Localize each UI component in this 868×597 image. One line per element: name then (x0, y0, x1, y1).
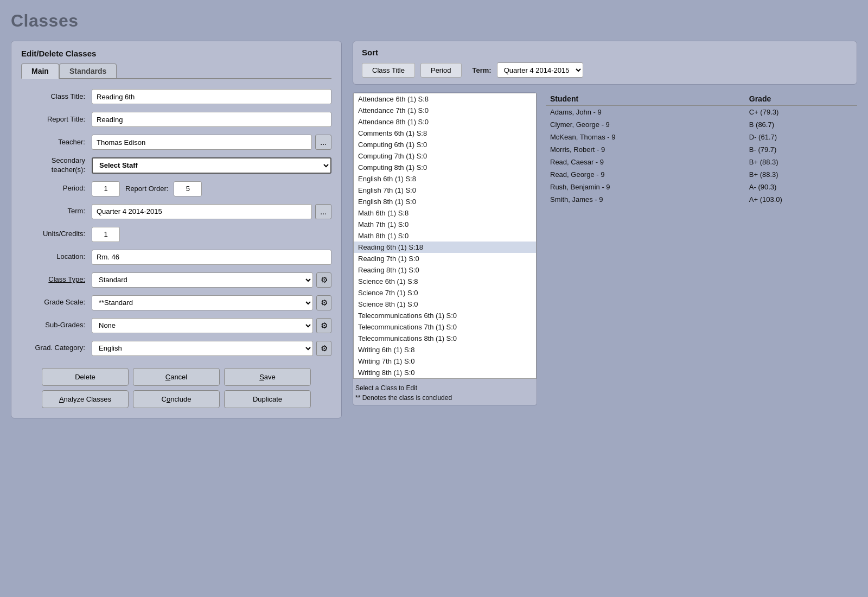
grade-scale-label: Grade Scale: (21, 298, 92, 307)
student-row: Rush, Benjamin - 9A- (90.3) (546, 181, 857, 193)
term-input[interactable] (92, 204, 312, 219)
teacher-input[interactable] (92, 135, 312, 150)
delete-button[interactable]: Delete (42, 368, 129, 386)
class-list-item[interactable]: Reading 7th (1) S:0 (354, 253, 536, 264)
student-table-body: Adams, John - 9C+ (79.3)Clymer, George -… (546, 106, 857, 206)
class-list-item[interactable]: Science 8th (1) S:0 (354, 298, 536, 310)
class-list-item[interactable]: Computing 6th (1) S:0 (354, 139, 536, 150)
student-grade: A+ (103.0) (745, 193, 857, 206)
sub-grades-select[interactable]: None Yes (92, 318, 313, 333)
grad-category-gear-button[interactable]: ⚙ (316, 341, 331, 356)
student-row: Smith, James - 9A+ (103.0) (546, 193, 857, 206)
sort-term-select[interactable]: Quarter 4 2014-2015 Quarter 3 2014-2015 … (497, 62, 583, 78)
class-list-item[interactable]: Computing 8th (1) S:0 (354, 162, 536, 173)
period-controls: Report Order: (92, 181, 331, 196)
analyze-classes-button[interactable]: Analyze Classes (42, 390, 129, 408)
sort-by-period-button[interactable]: Period (420, 63, 462, 78)
class-list-item[interactable]: Reading 6th (1) S:18 (354, 242, 536, 253)
main-layout: Edit/Delete Classes Main Standards Class… (11, 41, 857, 418)
class-list-item[interactable]: Attendance 7th (1) S:0 (354, 105, 536, 116)
class-list-item[interactable]: Math 8th (1) S:0 (354, 230, 536, 242)
class-list-item[interactable]: English 6th (1) S:8 (354, 173, 536, 185)
student-grade: C+ (79.3) (745, 106, 857, 119)
class-list-panel: Attendance 6th (1) S:8Attendance 7th (1)… (353, 92, 537, 405)
sort-term-label: Term: (473, 66, 492, 74)
class-list-item[interactable]: Telecommunications 8th (1) S:0 (354, 333, 536, 344)
class-list-item[interactable]: Telecommunications 6th (1) S:0 (354, 310, 536, 321)
grade-scale-group: **Standard Standard Pass/Fail ⚙ (92, 295, 331, 310)
class-list-item[interactable]: Reading 8th (1) S:0 (354, 264, 536, 276)
save-button[interactable]: Save (224, 368, 311, 386)
student-row: Adams, John - 9C+ (79.3) (546, 106, 857, 119)
class-list-item[interactable]: Science 6th (1) S:8 (354, 276, 536, 287)
sub-grades-gear-button[interactable]: ⚙ (316, 318, 331, 333)
term-browse-button[interactable]: ... (315, 204, 331, 219)
report-title-input[interactable] (92, 112, 331, 127)
class-type-gear-button[interactable]: ⚙ (316, 272, 331, 288)
class-title-row: Class Title: (21, 88, 331, 105)
conclude-button[interactable]: Conclude (133, 390, 220, 408)
left-panel: Edit/Delete Classes Main Standards Class… (11, 41, 342, 418)
student-row: Clymer, George - 9B (86.7) (546, 118, 857, 131)
class-list-item[interactable]: Science 7th (1) S:0 (354, 287, 536, 298)
student-col-header: Student (546, 92, 745, 106)
class-list-item[interactable]: English 8th (1) S:0 (354, 196, 536, 207)
edit-delete-header: Edit/Delete Classes (21, 49, 331, 58)
tabs-row: Main Standards (21, 63, 331, 79)
student-name: Adams, John - 9 (546, 106, 745, 119)
grade-col-header: Grade (745, 92, 857, 106)
grade-scale-gear-button[interactable]: ⚙ (316, 295, 331, 310)
class-list-item[interactable]: Writing 6th (1) S:8 (354, 344, 536, 355)
grad-category-select[interactable]: English Math Science History (92, 341, 313, 356)
student-grade: B+ (88.3) (745, 156, 857, 168)
sub-grades-group: None Yes ⚙ (92, 318, 331, 333)
class-title-input[interactable] (92, 89, 331, 104)
class-list-item[interactable]: English 7th (1) S:0 (354, 185, 536, 196)
secondary-teacher-select[interactable]: Select Staff (92, 157, 331, 174)
class-list-item[interactable]: Telecommunications 7th (1) S:0 (354, 321, 536, 333)
student-row: Read, Caesar - 9B+ (88.3) (546, 156, 857, 168)
class-list-item[interactable]: Attendance 6th (1) S:8 (354, 93, 536, 105)
class-list-item[interactable]: Math 7th (1) S:0 (354, 219, 536, 230)
report-order-input[interactable] (174, 181, 202, 196)
student-name: Read, Caesar - 9 (546, 156, 745, 168)
class-type-label: Class Type: (21, 275, 92, 284)
tab-standards[interactable]: Standards (59, 63, 117, 78)
student-panel: Student Grade Adams, John - 9C+ (79.3)Cl… (546, 92, 857, 206)
class-type-group: Standard Non-Graded Activity ⚙ (92, 272, 331, 288)
units-row: Units/Credits: (21, 226, 331, 243)
bottom-buttons: Delete Cancel Save Analyze Classes Concl… (21, 368, 331, 408)
teacher-browse-button[interactable]: ... (315, 135, 331, 150)
class-list-footer: Select a Class to Edit ** Denotes the cl… (353, 379, 537, 405)
duplicate-button[interactable]: Duplicate (224, 390, 311, 408)
student-name: Smith, James - 9 (546, 193, 745, 206)
location-input[interactable] (92, 250, 331, 265)
class-list-item[interactable]: Math 6th (1) S:8 (354, 207, 536, 219)
grade-scale-row: Grade Scale: **Standard Standard Pass/Fa… (21, 294, 331, 312)
class-list-item[interactable]: Attendance 8th (1) S:0 (354, 116, 536, 128)
student-grade: D- (61.7) (745, 131, 857, 143)
cancel-button[interactable]: Cancel (133, 368, 220, 386)
sort-title: Sort (362, 48, 848, 57)
period-input[interactable] (92, 181, 120, 196)
class-list-item[interactable]: Writing 8th (1) S:0 (354, 367, 536, 378)
sort-by-class-title-button[interactable]: Class Title (362, 63, 415, 78)
page-title: Classes (11, 11, 857, 31)
class-type-select[interactable]: Standard Non-Graded Activity (92, 272, 313, 288)
class-list-item[interactable]: Comments 6th (1) S:8 (354, 128, 536, 139)
units-input[interactable] (92, 227, 120, 242)
tab-main[interactable]: Main (21, 63, 59, 79)
report-title-label: Report Title: (21, 115, 92, 124)
button-row-2: Analyze Classes Conclude Duplicate (21, 390, 331, 408)
report-title-row: Report Title: (21, 111, 331, 128)
period-row: Period: Report Order: (21, 180, 331, 198)
student-name: Clymer, George - 9 (546, 118, 745, 131)
class-list-item[interactable]: Computing 7th (1) S:0 (354, 150, 536, 162)
location-label: Location: (21, 252, 92, 262)
teacher-field-group: ... (92, 135, 331, 150)
class-list-item[interactable]: Writing 7th (1) S:0 (354, 355, 536, 367)
term-field-group: ... (92, 204, 331, 219)
grade-scale-select[interactable]: **Standard Standard Pass/Fail (92, 295, 313, 310)
class-list-footer-line1: Select a Class to Edit (355, 383, 534, 393)
teacher-row: Teacher: ... (21, 134, 331, 151)
